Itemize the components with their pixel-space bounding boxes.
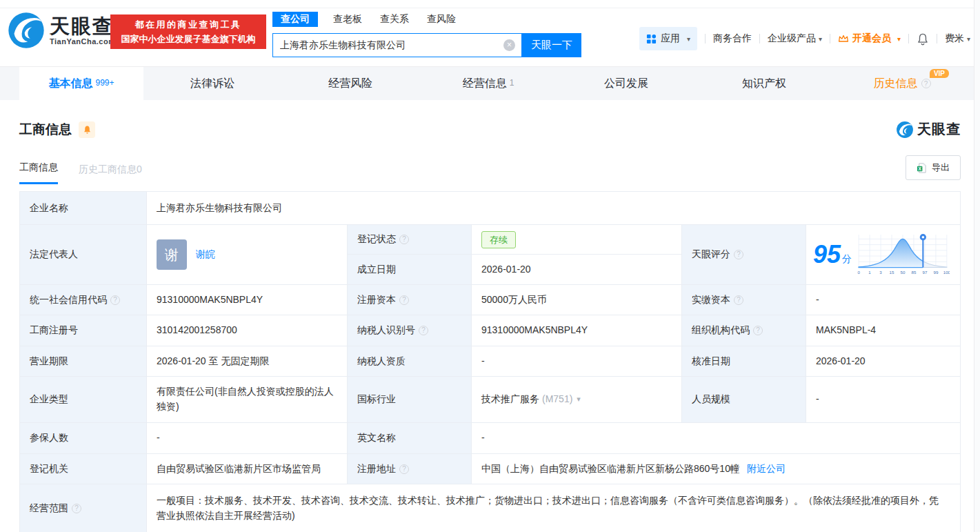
tab-risk-label: 经营风险 <box>328 77 372 91</box>
enterprise-label: 企业级产品 <box>768 32 816 45</box>
search-button[interactable]: 天眼一下 <box>522 33 581 57</box>
scrollbar[interactable] <box>974 0 980 532</box>
approval-date-label: 核准日期 <box>682 346 806 377</box>
staff-size-value: - <box>806 377 961 423</box>
clear-search-icon[interactable]: × <box>503 39 515 51</box>
nav-open-vip[interactable]: 开通会员 ▾ <box>838 32 901 45</box>
industry-label: 国标行业 <box>348 377 472 423</box>
credit-code-label: 统一社会信用代码 ? <box>20 285 147 315</box>
svg-text:99: 99 <box>934 270 939 275</box>
taxpayer-id-value: 91310000MAK5NBPL4Y <box>472 315 682 346</box>
export-button[interactable]: X 导出 <box>906 155 961 180</box>
legal-rep-label: 法定代表人 <box>20 225 147 285</box>
search-tab-company[interactable]: 查公司 <box>272 12 318 27</box>
apps-menu[interactable]: 应用 ▾ <box>639 27 697 50</box>
excel-icon: X <box>917 163 927 173</box>
industry-value: 技术推广服务 (M751) ▾ <box>472 377 682 423</box>
company-name-label: 企业名称 <box>20 192 147 225</box>
org-code-value: MAK5NBPL-4 <box>806 315 961 346</box>
score-label: 天眼评分 ? <box>682 225 806 285</box>
nav-enterprise-products[interactable]: 企业级产品 ▾ <box>768 32 822 45</box>
top-strip <box>0 0 980 8</box>
industry-code: (M751) <box>542 392 572 407</box>
nav-cooperation[interactable]: 商务合作 <box>713 32 752 45</box>
chevron-down-icon: ▾ <box>819 35 822 43</box>
svg-text:15: 15 <box>890 270 894 275</box>
watermark-brand-text: 天眼查 <box>917 120 961 139</box>
tab-intellectual-property[interactable]: 知识产权 <box>695 67 833 100</box>
subtab-business-info[interactable]: 工商信息 <box>19 161 58 184</box>
tab-operating-risk[interactable]: 经营风险 <box>281 67 419 100</box>
search-tab-relation[interactable]: 查关系 <box>380 13 409 26</box>
reg-capital-label: 注册资本 ? <box>348 285 472 315</box>
score-axis-labels: 0 1 3 15 50 85 97 99 100 <box>857 270 950 275</box>
subtab-history-business-info[interactable]: 历史工商信息0 <box>79 164 142 184</box>
promo-line1: 都在用的商业查询工具 <box>110 17 266 32</box>
reg-capital-label-text: 注册资本 <box>357 293 396 308</box>
paid-capital-label: 实缴资本 ? <box>682 285 806 315</box>
help-icon[interactable]: ? <box>419 326 428 335</box>
paid-capital-value: - <box>806 285 961 315</box>
nav-divider <box>830 34 830 43</box>
reg-address-value: 中国（上海）自由贸易试验区临港新片区新杨公路860号10幢 附近公司 <box>472 454 961 484</box>
chevron-down-icon[interactable]: ▾ <box>577 393 581 405</box>
english-name-label: 英文名称 <box>348 423 472 454</box>
search-tab-boss[interactable]: 查老板 <box>333 13 362 26</box>
vip-badge: VIP <box>930 69 949 78</box>
company-tabbar: 基本信息 999+ 法律诉讼 经营风险 经营信息 1 公司发展 知识产权 VIP… <box>0 66 980 100</box>
top-navigation: 应用 ▾ 商务合作 企业级产品 ▾ 开通会员 ▾ 费米 ▾ <box>639 26 970 51</box>
svg-text:X: X <box>919 166 922 170</box>
crown-icon <box>838 34 849 43</box>
section-title: 工商信息 <box>19 121 72 139</box>
site-header: 天眼查 TianYanCha.com 都在用的商业查询工具 国家中小企业发展子基… <box>0 8 980 66</box>
tab-operating-info[interactable]: 经营信息 1 <box>419 67 557 100</box>
search-tab-risk[interactable]: 查风险 <box>427 13 456 26</box>
site-logo[interactable]: 天眼查 TianYanCha.com <box>7 11 115 50</box>
tab-legal-label: 法律诉讼 <box>190 77 234 91</box>
reg-address-label: 注册地址 ? <box>348 454 472 484</box>
reg-address-label-text: 注册地址 <box>357 462 396 477</box>
svg-text:100: 100 <box>943 270 950 275</box>
logo-domain: TianYanCha.com <box>50 37 115 46</box>
svg-text:3: 3 <box>879 270 882 275</box>
tab-basic-info[interactable]: 基本信息 999+ <box>19 67 143 100</box>
reg-authority-label: 登记机关 <box>20 454 147 484</box>
nearby-companies-link[interactable]: 附近公司 <box>747 462 786 477</box>
help-icon[interactable]: ? <box>399 235 409 244</box>
tab-operating-label: 经营信息 <box>463 77 507 91</box>
nav-user-menu[interactable]: 费米 ▾ <box>945 32 970 45</box>
tianyancha-logo-icon <box>896 121 914 139</box>
industry-name: 技术推广服务 <box>481 392 539 407</box>
legal-rep-link[interactable]: 谢皖 <box>196 247 215 262</box>
nav-divider <box>908 34 909 43</box>
username-label: 费米 <box>945 32 964 45</box>
reg-status-label-text: 登记状态 <box>357 232 396 247</box>
search-box: × <box>272 33 522 57</box>
reg-authority-value: 自由贸易试验区临港新片区市场监管局 <box>147 454 348 484</box>
help-icon[interactable]: ? <box>753 326 763 335</box>
help-icon[interactable]: ? <box>734 295 743 305</box>
notifications-bell-icon[interactable] <box>917 32 929 46</box>
legal-rep-avatar[interactable]: 谢 <box>157 239 187 270</box>
tab-company-development[interactable]: 公司发展 <box>557 67 695 100</box>
section-header: 工商信息 天眼查 <box>19 120 961 139</box>
help-icon[interactable]: ? <box>110 295 120 305</box>
company-type-value: 有限责任公司(非自然人投资或控股的法人独资) <box>147 377 348 423</box>
reg-status-label: 登记状态 ? <box>348 225 472 255</box>
tab-legal-proceedings[interactable]: 法律诉讼 <box>143 67 281 100</box>
help-icon[interactable]: ? <box>399 295 409 305</box>
help-icon[interactable]: ? <box>399 464 409 474</box>
help-icon[interactable]: ? <box>921 79 931 88</box>
search-input[interactable] <box>273 34 503 57</box>
tab-basic-info-count: 999+ <box>95 78 114 88</box>
score-number: 95 <box>813 242 841 267</box>
reg-capital-value: 50000万人民币 <box>472 285 682 315</box>
help-icon[interactable]: ? <box>734 250 743 259</box>
establish-date-value: 2026-01-20 <box>472 255 682 285</box>
monitor-bell-icon[interactable] <box>79 121 95 138</box>
business-scope-label-text: 经营范围 <box>30 501 68 516</box>
score-unit: 分 <box>842 252 852 267</box>
reg-address-text: 中国（上海）自由贸易试验区临港新片区新杨公路860号10幢 <box>481 462 740 477</box>
tab-history-info[interactable]: VIP 历史信息 ? <box>833 67 971 100</box>
help-icon[interactable]: ? <box>72 504 81 513</box>
